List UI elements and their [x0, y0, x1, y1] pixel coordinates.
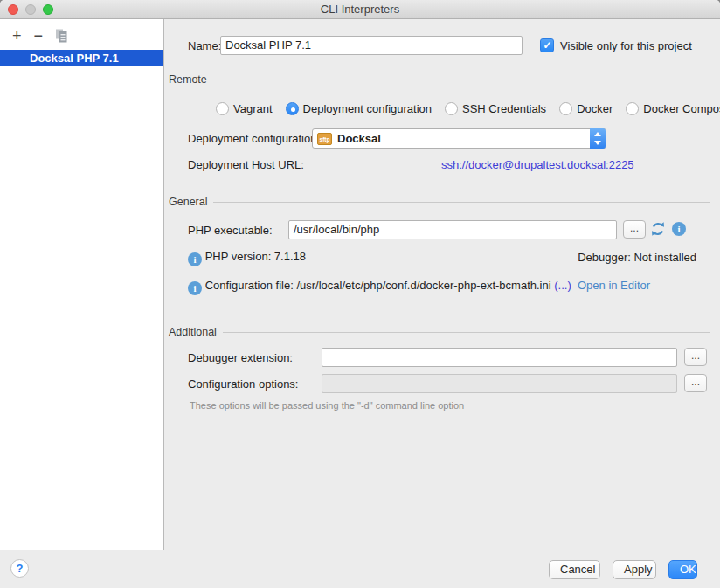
radio-vagrant[interactable]: Vagrant: [216, 102, 273, 115]
radio-circle-icon: [286, 102, 299, 115]
options-note-text: These options will be passed using the "…: [190, 400, 464, 411]
remove-interpreter-icon[interactable]: −: [34, 28, 44, 44]
interpreter-list-item[interactable]: Docksal PHP 7.1: [0, 50, 163, 66]
php-executable-info-icon[interactable]: i: [672, 222, 686, 236]
radio-circle-icon: [216, 102, 229, 115]
general-section-label: General: [169, 196, 207, 208]
remote-section-label: Remote: [169, 73, 207, 86]
help-button[interactable]: ?: [10, 559, 29, 578]
remote-type-radio-group: Vagrant Deployment configuration SSH Cre…: [216, 102, 720, 115]
deployment-host-url-link[interactable]: ssh://docker@drupaltest.docksal:2225: [441, 158, 634, 171]
cancel-button[interactable]: Cancel: [549, 560, 600, 579]
additional-section-header: Additional: [169, 326, 710, 338]
radio-deployment-configuration[interactable]: Deployment configuration: [286, 102, 432, 115]
configuration-options-browse-button[interactable]: ...: [684, 374, 707, 392]
radio-docker[interactable]: Docker: [559, 102, 613, 115]
debugger-extension-label: Debugger extension:: [188, 351, 293, 364]
radio-docker-compose[interactable]: Docker Compose: [626, 102, 720, 115]
debugger-extension-input[interactable]: [322, 348, 677, 367]
deployment-configuration-label: Deployment configuration:: [188, 132, 320, 145]
visible-only-label: Visible only for this project: [560, 39, 692, 52]
apply-button[interactable]: Apply: [613, 560, 656, 579]
debugger-extension-browse-button[interactable]: ...: [684, 348, 707, 366]
remote-section-header: Remote: [169, 73, 710, 86]
php-executable-browse-button[interactable]: ...: [623, 220, 646, 239]
debugger-status-text: Debugger: Not installed: [578, 251, 696, 264]
deployment-configuration-select[interactable]: sftp Docksal: [312, 128, 606, 149]
open-in-editor-link[interactable]: Open in Editor: [578, 279, 650, 292]
php-version-row: i PHP version: 7.1.18: [188, 250, 306, 266]
radio-circle-icon: [559, 102, 572, 115]
deployment-host-url-label: Deployment Host URL:: [188, 158, 304, 171]
interpreter-list-panel: + − Docksal PHP 7.1: [0, 19, 164, 550]
configuration-file-row: i Configuration file: /usr/local/etc/php…: [188, 279, 650, 295]
php-executable-input[interactable]: /usr/local/bin/php: [288, 220, 617, 239]
deployment-configuration-value: Docksal: [337, 132, 381, 145]
visible-only-checkbox[interactable]: [540, 38, 554, 52]
name-label: Name:: [188, 39, 221, 52]
titlebar: CLI Interpreters: [0, 0, 720, 19]
ok-button[interactable]: OK: [668, 560, 697, 579]
info-icon: i: [188, 252, 202, 266]
reload-phpinfo-icon[interactable]: [650, 221, 666, 239]
window-title: CLI Interpreters: [0, 3, 720, 16]
radio-circle-icon: [445, 102, 458, 115]
cli-interpreters-dialog: CLI Interpreters + − Docksal PHP 7.1 Nam…: [0, 0, 720, 588]
info-icon: i: [188, 281, 202, 295]
name-input[interactable]: Docksal PHP 7.1: [220, 36, 523, 55]
configuration-options-input[interactable]: [322, 374, 677, 393]
additional-section-label: Additional: [169, 326, 217, 338]
general-section-header: General: [169, 196, 710, 208]
radio-ssh-credentials[interactable]: SSH Credentials: [445, 102, 546, 115]
php-version-text: PHP version: 7.1.18: [205, 250, 306, 263]
add-interpreter-icon[interactable]: +: [12, 28, 22, 44]
configuration-file-more-link[interactable]: (...): [554, 279, 571, 292]
radio-circle-icon: [626, 102, 639, 115]
configuration-options-label: Configuration options:: [188, 377, 298, 391]
sftp-server-icon: sftp: [317, 133, 332, 145]
copy-interpreter-icon[interactable]: [55, 29, 68, 45]
list-toolbar: + −: [12, 26, 68, 45]
combobox-stepper-icon[interactable]: [590, 128, 606, 149]
configuration-file-text: Configuration file: /usr/local/etc/php/c…: [205, 279, 551, 292]
php-executable-label: PHP executable:: [188, 224, 273, 237]
